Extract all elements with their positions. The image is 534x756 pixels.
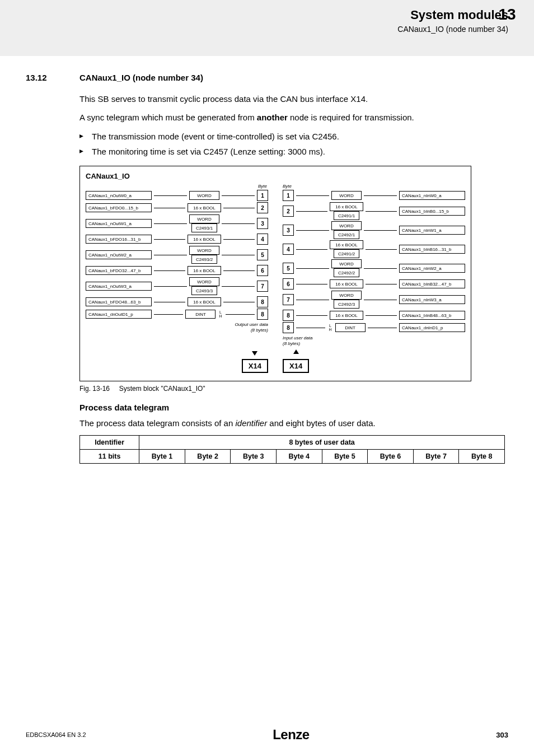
- code-box: C2491/2: [334, 249, 359, 258]
- type-box: 16 x BOOL: [188, 203, 221, 212]
- byte-box: 1: [257, 190, 268, 201]
- text: The process data telegram consists of an: [79, 418, 235, 428]
- type-box: 16 x BOOL: [188, 297, 221, 306]
- type-box: DINT: [335, 323, 366, 332]
- output-data-caption: Output user data (8 bytes): [86, 322, 268, 333]
- hl-label: H: [329, 328, 331, 332]
- paragraph: The process data telegram consists of an…: [79, 417, 508, 430]
- signal-label: CANaux1_nInW0_a: [399, 191, 465, 200]
- text-italic: identifier: [235, 418, 267, 428]
- byte-box: 5: [257, 249, 268, 260]
- table-header: 8 bytes of user data: [139, 436, 505, 450]
- page-footer: EDBCSXA064 EN 3.2 Lenze 303: [0, 727, 534, 743]
- signal-label: CANaux1_nInW2_a: [399, 264, 465, 273]
- text-bold: another: [257, 113, 288, 122]
- byte-box: 1: [283, 190, 294, 201]
- subsection-heading: Process data telegram: [79, 403, 508, 412]
- signal-label: CANaux1_nInW3_a: [399, 295, 465, 304]
- table-cell: Byte 2: [185, 450, 231, 464]
- doc-id: EDBCSXA064 EN 3.2: [26, 731, 86, 738]
- diagram-box: CANaux1_IO Byte CANaux1_nOutW0_a WORD 1 …: [79, 166, 471, 381]
- table-cell: Byte 8: [459, 450, 505, 464]
- byte-box: 7: [283, 294, 294, 305]
- table-cell: Byte 4: [277, 450, 322, 464]
- byte-box: 8: [257, 296, 268, 307]
- type-box: WORD: [331, 191, 362, 200]
- byte-box: 7: [257, 281, 268, 292]
- brand-logo: Lenze: [273, 727, 310, 743]
- byte-header: Byte: [283, 184, 465, 189]
- x14-box: X14: [242, 359, 268, 373]
- signal-label: CANaux1_bFDO0...15_b: [86, 203, 152, 212]
- byte-box: 6: [257, 265, 268, 276]
- x14-input: X14: [283, 349, 309, 373]
- type-box: 16 x BOOL: [330, 202, 363, 211]
- arrow-down-icon: [252, 351, 257, 356]
- hl-label: L: [219, 310, 222, 314]
- code-box: C2492/1: [334, 230, 359, 239]
- paragraph: A sync telegram which must be generated …: [79, 111, 508, 124]
- table-cell: 11 bits: [80, 450, 139, 464]
- signal-label: CANaux1_bFDO16...31_b: [86, 235, 152, 244]
- byte-box: 6: [283, 278, 294, 290]
- type-box: DINT: [185, 310, 216, 319]
- type-box: WORD: [331, 291, 362, 300]
- type-box: WORD: [189, 277, 219, 286]
- process-data-table: Identifier 8 bytes of user data 11 bits …: [79, 435, 505, 464]
- signal-label: CANaux1_bInB48...63_b: [399, 311, 465, 320]
- byte-box: 4: [283, 244, 294, 255]
- signal-label: CANaux1_dnOutD1_p: [86, 310, 152, 319]
- byte-header: Byte: [86, 184, 268, 189]
- byte-box: 8: [283, 322, 294, 333]
- code-box: C2491/1: [334, 211, 359, 220]
- type-box: WORD: [331, 259, 362, 268]
- text: A sync telegram which must be generated …: [79, 113, 257, 122]
- byte-box: 4: [257, 234, 268, 245]
- section-number: 13.12: [26, 73, 79, 82]
- signal-label: CANaux1_bInB32...47_b: [399, 279, 465, 288]
- signal-label: CANaux1_nOutW3_a: [86, 282, 152, 291]
- byte-box: 3: [283, 225, 294, 236]
- byte-box: 3: [257, 218, 268, 229]
- section-heading: 13.12 CANaux1_IO (node number 34): [26, 73, 508, 82]
- signal-label: CANaux1_nInW1_a: [399, 226, 465, 235]
- byte-box: 2: [283, 206, 294, 217]
- type-box: 16 x BOOL: [330, 240, 363, 249]
- x14-box: X14: [283, 359, 309, 373]
- code-box: C2493/1: [191, 223, 217, 232]
- type-box: WORD: [189, 246, 219, 255]
- code-box: C2493/3: [191, 286, 217, 295]
- text: (8 bytes): [251, 328, 268, 333]
- signal-label: CANaux1_bInB16...31_b: [399, 245, 465, 254]
- type-box: WORD: [189, 191, 219, 200]
- diagram-output-side: Byte CANaux1_nOutW0_a WORD 1 CANaux1_bFD…: [86, 184, 268, 346]
- signal-label: CANaux1_dnInD1_p: [399, 323, 465, 332]
- section-title: CANaux1_IO (node number 34): [79, 73, 203, 82]
- byte-box: 5: [283, 263, 294, 274]
- table-cell: Byte 3: [231, 450, 277, 464]
- bullet-item: The monitoring time is set via C2457 (Le…: [79, 145, 508, 158]
- bullet-item: The transmission mode (event or time-con…: [79, 130, 508, 143]
- type-box: 16 x BOOL: [188, 266, 221, 275]
- code-box: C2493/2: [191, 255, 217, 264]
- signal-label: CANaux1_nOutW2_a: [86, 250, 152, 259]
- input-data-caption: Input user data (8 bytes): [283, 335, 465, 346]
- diagram-input-side: Byte 1 WORD CANaux1_nInW0_a 2 16 x BOOL: [283, 184, 465, 346]
- text: Output user data: [235, 322, 268, 327]
- text: (8 bytes): [283, 341, 300, 346]
- signal-label: CANaux1_nOutW1_a: [86, 219, 152, 228]
- text: node is required for transmission.: [288, 113, 414, 122]
- table-header: Identifier: [80, 436, 139, 450]
- table-cell: Byte 1: [139, 450, 185, 464]
- x14-output: X14: [242, 349, 268, 373]
- byte-box: 8: [257, 309, 268, 320]
- figure-text: System block "CANaux1_IO": [119, 385, 205, 393]
- table-row: Identifier 8 bytes of user data: [80, 436, 505, 450]
- figure-caption: Fig. 13-16 System block "CANaux1_IO": [79, 385, 508, 393]
- table-cell: Byte 7: [413, 450, 459, 464]
- table-cell: Byte 5: [322, 450, 368, 464]
- figure-number: Fig. 13-16: [79, 385, 110, 393]
- arrow-up-icon: [293, 349, 299, 354]
- signal-label: CANaux1_bFDO32...47_b: [86, 266, 152, 275]
- diagram-title: CANaux1_IO: [86, 172, 465, 180]
